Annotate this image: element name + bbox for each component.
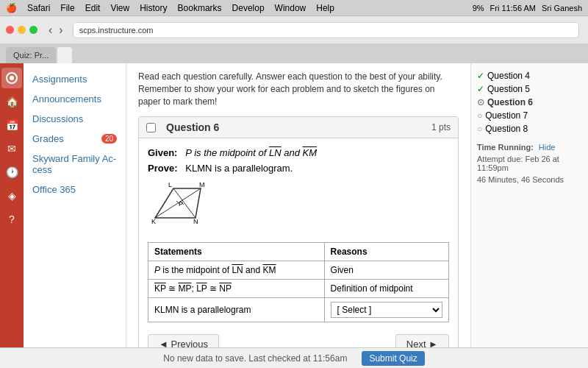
canvas-nav-sidebar: Assignments Announcements Discussions Gr… (24, 63, 126, 347)
mac-menus: 🍎 Safari File Edit View History Bookmark… (6, 3, 334, 13)
circle-icon-7: ○ (477, 110, 482, 121)
question-box: Question 6 1 pts Given: P is the midpoin… (138, 116, 459, 347)
circle-icon-8: ○ (477, 124, 482, 134)
q-list-item-4[interactable]: ✓ Question 4 (477, 69, 582, 82)
svg-text:K: K (151, 218, 156, 225)
battery-indicator: 9% (473, 4, 484, 13)
sidebar-icon-inbox[interactable]: ✉ (1, 138, 22, 159)
browser-toolbar: ‹ › scps.instructure.com (0, 16, 588, 44)
fullscreen-button[interactable] (29, 26, 37, 34)
proof-row-2: KP ≅ MP; LP ≅ NP Definition of midpoint (148, 280, 449, 298)
proof-row-3: KLMN is a parallelogram [ Select ] (148, 298, 449, 322)
main-layout: 🏠 📅 ✉ 🕐 ◈ ? Assignments Announcements Di… (0, 63, 588, 347)
nav-announcements-label: Announcements (32, 93, 101, 105)
nav-grades[interactable]: Grades 20 (24, 129, 126, 149)
sidebar-icon-commons[interactable]: ◈ (1, 185, 22, 206)
given-line: Given: P is the midpoint of LN and KM (148, 147, 449, 158)
address-bar[interactable]: scps.instructure.com (73, 22, 579, 38)
nav-skyward[interactable]: Skyward Family Ac-cess (24, 149, 126, 180)
svg-text:L: L (168, 181, 172, 188)
q-list-item-6[interactable]: ⊙ Question 6 (477, 96, 582, 109)
col-statements: Statements (148, 243, 325, 261)
close-button[interactable] (6, 26, 14, 34)
question-nav-buttons: ◄ Previous Next ► (148, 334, 449, 347)
nav-announcements[interactable]: Announcements (24, 89, 126, 109)
q-list-item-8[interactable]: ○ Question 8 (477, 122, 582, 135)
proof-table: Statements Reasons P is the midpoint of … (148, 242, 449, 322)
given-label: Given: (148, 147, 177, 158)
svg-line-8 (173, 188, 196, 218)
sidebar-icon-home[interactable]: 🏠 (1, 91, 22, 112)
previous-button[interactable]: ◄ Previous (148, 334, 219, 347)
browser-nav-buttons: ‹ › (46, 24, 65, 37)
tab-bar: Quiz: Pr... (0, 44, 588, 63)
mac-status-bar: 9% Fri 11:56 AM Sri Ganesh (473, 4, 582, 13)
mac-menubar: 🍎 Safari File Edit View History Bookmark… (0, 0, 588, 16)
timer-label: Time Running: (477, 143, 534, 152)
nav-skyward-label: Skyward Family Ac-cess (32, 153, 117, 175)
sidebar-icon-history[interactable]: 🕐 (1, 162, 22, 183)
prove-label: Prove: (148, 163, 177, 174)
window-menu[interactable]: Window (275, 3, 306, 13)
file-menu[interactable]: File (60, 3, 74, 13)
sidebar-icon-help[interactable]: ? (1, 209, 22, 230)
q-list-label-4: Question 4 (487, 71, 530, 81)
safari-menu[interactable]: Safari (27, 3, 50, 13)
apple-menu[interactable]: 🍎 (6, 3, 17, 13)
next-button[interactable]: Next ► (395, 334, 449, 347)
svg-text:N: N (193, 218, 198, 225)
help-menu[interactable]: Help (316, 3, 334, 13)
bookmarks-menu[interactable]: Bookmarks (178, 3, 222, 13)
edit-menu[interactable]: Edit (85, 3, 101, 13)
time-elapsed: 46 Minutes, 46 Seconds (477, 175, 582, 184)
tab-1[interactable]: Quiz: Pr... (6, 47, 56, 63)
svg-text:M: M (199, 181, 205, 188)
bottom-bar: No new data to save. Last checked at 11:… (0, 347, 588, 368)
prove-line: Prove: KLMN is a parallelogram. (148, 163, 449, 174)
reason-3-select[interactable]: [ Select ] (331, 302, 442, 318)
reason-2: Definition of midpoint (324, 280, 448, 298)
question-header: Question 6 1 pts (139, 117, 458, 138)
check-icon-5: ✓ (477, 84, 484, 94)
reason-1: Given (324, 261, 448, 280)
svg-line-7 (155, 188, 201, 218)
timer-section: Time Running: Hide Attempt due: Feb 26 a… (477, 143, 582, 184)
parallelogram-svg: L M K N P (148, 181, 221, 233)
hide-timer-link[interactable]: Hide (539, 143, 556, 152)
nav-assignments[interactable]: Assignments (24, 69, 126, 89)
q-list-label-7: Question 7 (485, 110, 528, 121)
q-list-label-6: Question 6 (487, 97, 533, 107)
tab-1-label: Quiz: Pr... (13, 51, 49, 60)
reason-3-select-cell[interactable]: [ Select ] (324, 298, 448, 322)
question-pts: 1 pts (431, 122, 451, 132)
attempt-due: Attempt due: Feb 26 at 11:59pm (477, 155, 582, 172)
submit-quiz-button[interactable]: Submit Quiz (362, 351, 424, 366)
view-menu[interactable]: View (110, 3, 129, 13)
sidebar-icon-calendar[interactable]: 📅 (1, 115, 22, 135)
history-menu[interactable]: History (140, 3, 167, 13)
back-button[interactable]: ‹ (46, 24, 54, 37)
canvas-logo[interactable] (1, 68, 22, 88)
q-list-item-7[interactable]: ○ Question 7 (477, 109, 582, 122)
current-icon-6: ⊙ (477, 97, 484, 107)
q-list-item-5[interactable]: ✓ Question 5 (477, 82, 582, 96)
tab-2[interactable] (57, 47, 72, 63)
question-title: Question 6 (166, 121, 219, 133)
col-reasons: Reasons (324, 243, 448, 261)
q-list-label-5: Question 5 (487, 84, 530, 94)
minimize-button[interactable] (18, 26, 26, 34)
nav-discussions-label: Discussions (32, 113, 83, 124)
nav-office365[interactable]: Office 365 (24, 180, 126, 199)
statement-1: P is the midpoint of LN and KM (148, 261, 325, 280)
timer-row: Time Running: Hide (477, 143, 582, 152)
q-list-label-8: Question 8 (485, 124, 528, 134)
url-text: scps.instructure.com (79, 26, 154, 35)
nav-grades-label: Grades (32, 133, 64, 144)
nav-office365-label: Office 365 (32, 184, 76, 195)
nav-assignments-label: Assignments (32, 74, 87, 85)
nav-discussions[interactable]: Discussions (24, 109, 126, 129)
question-checkbox[interactable] (146, 123, 156, 132)
develop-menu[interactable]: Develop (232, 3, 265, 13)
forward-button[interactable]: › (57, 24, 65, 37)
canvas-icon-sidebar: 🏠 📅 ✉ 🕐 ◈ ? (0, 63, 24, 347)
